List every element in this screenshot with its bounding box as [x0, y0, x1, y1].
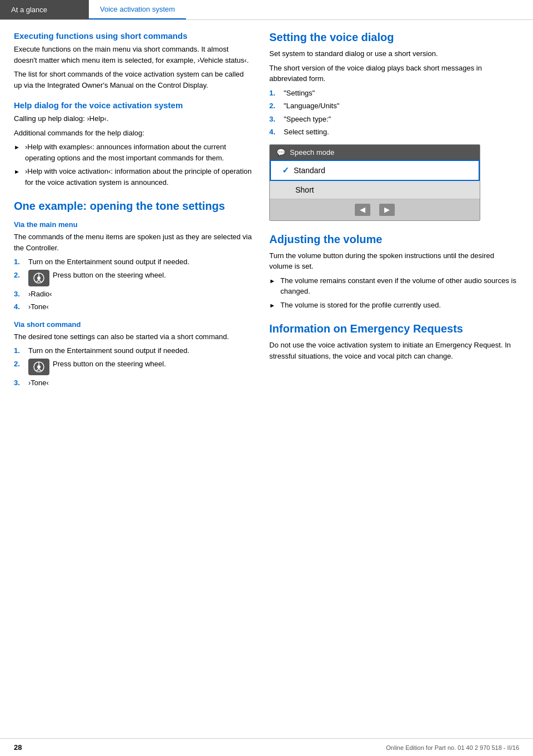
adjusting-volume-title: Adjusting the volume — [269, 233, 519, 246]
steering-wheel-svg — [32, 272, 46, 284]
section-setting-voice-dialog: Setting the voice dialog Set system to s… — [269, 31, 519, 221]
bullet-arrow-icon: ► — [269, 301, 278, 310]
setting-voice-dialog-para2: The short version of the voice dialog pl… — [269, 63, 519, 84]
speech-mode-screenshot: 💬 Speech mode ✓ Standard Short ◀ ▶ — [269, 144, 480, 221]
page-header: At a glance Voice activation system — [0, 0, 533, 20]
help-dialog-title: Help dialog for the voice activation sys… — [14, 100, 253, 110]
via-main-menu-title: Via the main menu — [14, 220, 253, 229]
list-item: 3. "Speech type:" — [269, 114, 519, 125]
speech-mode-item-short: Short — [270, 181, 480, 199]
footer-text: Online Edition for Part no. 01 40 2 970 … — [386, 744, 519, 751]
list-item: 1. Turn on the Entertainment sound outpu… — [14, 256, 253, 268]
list-item: 2. Press button on — [14, 270, 253, 286]
speech-mode-title: Speech mode — [290, 148, 334, 157]
section-help-dialog: Help dialog for the voice activation sys… — [14, 100, 253, 188]
emergency-requests-para1: Do not use the voice activation system t… — [269, 340, 519, 361]
svg-rect-11 — [37, 371, 41, 372]
setting-voice-dialog-para1: Set system to standard dialog or use a s… — [269, 48, 519, 59]
section-emergency-requests: Information on Emergency Requests Do not… — [269, 322, 519, 361]
via-short-command-steps: 1. Turn on the Entertainment sound outpu… — [14, 345, 253, 388]
bullet-arrow-icon: ► — [269, 276, 278, 286]
one-example-title: One example: opening the tone settings — [14, 200, 253, 213]
list-item: ► ›Help with examples‹: announces inform… — [14, 142, 253, 163]
emergency-requests-title: Information on Emergency Requests — [269, 322, 519, 335]
speech-mode-items: ✓ Standard Short — [270, 160, 480, 199]
help-dialog-para1: Calling up help dialog: ›Help‹. — [14, 113, 253, 124]
via-main-menu-para: The commands of the menu items are spoke… — [14, 231, 253, 253]
checkmark-icon: ✓ — [282, 165, 289, 175]
adjusting-volume-bullets: ► The volume remains constant even if th… — [269, 275, 519, 311]
section-executing-functions: Executing functions using short commands… — [14, 31, 253, 90]
right-column: Setting the voice dialog Set system to s… — [269, 31, 519, 391]
header-section: Voice activation system — [89, 0, 186, 19]
executing-functions-para1: Execute functions on the main menu via s… — [14, 44, 253, 65]
list-item: ► The volume remains constant even if th… — [269, 275, 519, 297]
left-column: Executing functions using short commands… — [14, 31, 253, 391]
svg-point-7 — [37, 365, 41, 369]
page-footer: 28 Online Edition for Part no. 01 40 2 9… — [0, 738, 533, 756]
speech-mode-item-standard: ✓ Standard — [270, 160, 480, 181]
section-one-example: One example: opening the tone settings V… — [14, 200, 253, 388]
list-item: 2. Press button on — [14, 359, 253, 375]
nav-left-button[interactable]: ◀ — [355, 204, 370, 216]
list-item: 3. ›Radio‹ — [14, 289, 253, 300]
adjusting-volume-para1: Turn the volume button during the spoken… — [269, 250, 519, 272]
svg-rect-5 — [37, 282, 41, 284]
via-short-command-para: The desired tone settings can also be st… — [14, 331, 253, 342]
bullet-arrow-icon: ► — [14, 143, 23, 152]
via-main-menu-steps: 1. Turn on the Entertainment sound outpu… — [14, 256, 253, 313]
section-adjusting-volume: Adjusting the volume Turn the volume but… — [269, 233, 519, 311]
list-item: ► ›Help with voice activation‹: informat… — [14, 166, 253, 188]
list-item: 1. Turn on the Entertainment sound outpu… — [14, 345, 253, 356]
bullet-arrow-icon: ► — [14, 167, 23, 177]
list-item: 1. "Settings" — [269, 88, 519, 99]
speech-mode-icon: 💬 — [276, 148, 285, 157]
setting-voice-dialog-steps: 1. "Settings" 2. "Language/Units" 3. "Sp… — [269, 88, 519, 138]
speech-mode-titlebar: 💬 Speech mode — [270, 145, 480, 160]
page-number: 28 — [14, 743, 22, 752]
list-item: 3. ›Tone‹ — [14, 377, 253, 389]
list-item: ► The volume is stored for the profile c… — [269, 300, 519, 311]
list-item: 2. "Language/Units" — [269, 100, 519, 112]
speech-mode-nav: ◀ ▶ — [270, 199, 480, 220]
executing-functions-title: Executing functions using short commands — [14, 31, 253, 41]
help-dialog-bullets: ► ›Help with examples‹: announces inform… — [14, 142, 253, 188]
section-label: Voice activation system — [100, 5, 175, 13]
list-item: 4. Select setting. — [269, 127, 519, 138]
steering-wheel-icon — [28, 359, 49, 375]
header-chapter: At a glance — [0, 0, 89, 19]
svg-point-1 — [37, 276, 41, 280]
chapter-label: At a glance — [11, 6, 47, 14]
nav-right-button[interactable]: ▶ — [379, 204, 395, 216]
executing-functions-para2: The list for short commands of the voice… — [14, 69, 253, 90]
steering-wheel-icon — [28, 270, 49, 286]
setting-voice-dialog-title: Setting the voice dialog — [269, 31, 519, 44]
steering-wheel-svg — [32, 361, 46, 373]
via-short-command-title: Via short command — [14, 320, 253, 329]
list-item: 4. ›Tone‹ — [14, 301, 253, 313]
main-content: Executing functions using short commands… — [0, 20, 533, 402]
help-dialog-para2: Additional commands for the help dialog: — [14, 128, 253, 139]
